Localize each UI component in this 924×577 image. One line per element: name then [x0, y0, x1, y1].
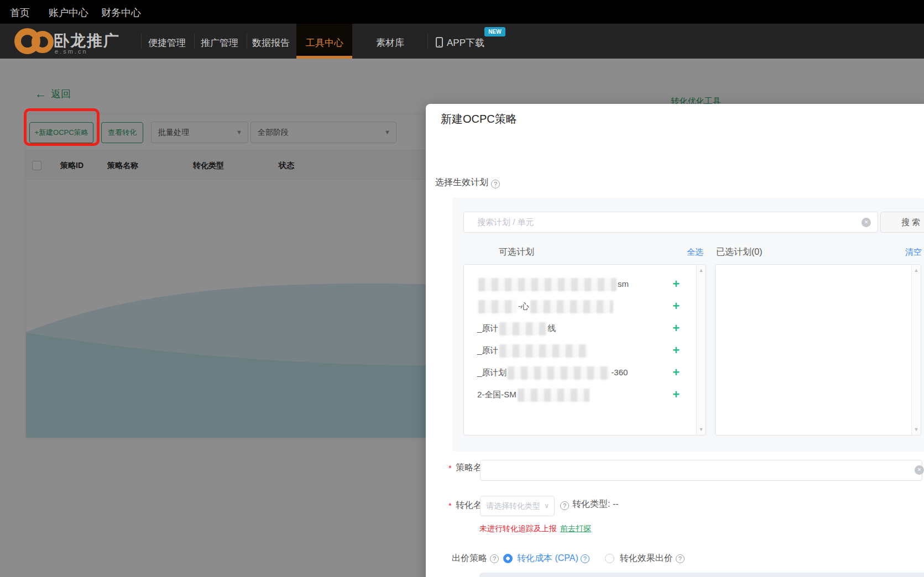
plan-section-label-text: 选择生效计划	[435, 177, 488, 187]
plan-text: _原计划	[477, 368, 507, 377]
search-button[interactable]: 搜 索	[880, 212, 924, 233]
clear-all-link[interactable]: 清空	[905, 247, 922, 258]
bid-strategy-row: 出价策略 ? 转化成本 (CPA) ? 转化效果出价 ?	[452, 553, 685, 564]
question-circle-icon[interactable]: ?	[676, 554, 685, 563]
plan-text: 2-全国-SM	[477, 390, 516, 399]
redacted-text-blur	[478, 278, 617, 291]
scroll-up-icon[interactable]: ▲	[912, 267, 921, 273]
nav-divider	[141, 34, 142, 49]
topbar-link-account-center[interactable]: 账户中心	[49, 6, 88, 19]
annotation-highlight-rectangle	[24, 108, 100, 146]
top-utility-bar: 首页 账户中心 财务中心	[0, 0, 924, 24]
new-badge: NEW	[484, 27, 505, 36]
topbar-link-finance-center[interactable]: 财务中心	[101, 6, 141, 19]
required-asterisk: *	[448, 501, 452, 510]
go-setup-link[interactable]: 前去打探	[560, 524, 591, 533]
redacted-text-blur	[530, 300, 613, 313]
question-circle-icon[interactable]: ?	[581, 554, 589, 563]
strategy-name-input[interactable]	[480, 460, 922, 481]
plan-text: 线	[547, 323, 556, 333]
nav-item-tool-center-active[interactable]: 工具中心	[306, 36, 343, 49]
question-circle-icon[interactable]: ?	[560, 501, 569, 510]
available-plans-listbox: sm + -心 + _原计线 + _原计 + _原计划-360 + 2-全国-S…	[463, 264, 706, 436]
add-plan-icon[interactable]: +	[672, 361, 680, 384]
scrollbar[interactable]: ▲ ▼	[911, 265, 921, 435]
plan-section-label: 选择生效计划?	[435, 177, 500, 188]
conversion-type-text: 转化类型: --	[572, 499, 619, 508]
plan-list-item[interactable]: 2-全国-SM +	[464, 384, 696, 406]
nav-divider	[427, 34, 428, 49]
effect-radio-unselected[interactable]	[605, 554, 614, 563]
brand-subtitle: e.sm.cn	[55, 48, 88, 55]
scrollbar[interactable]: ▲ ▼	[696, 265, 706, 435]
conversion-type-placeholder: 请选择转化类型	[486, 501, 540, 510]
chevron-down-icon: ∨	[544, 496, 549, 516]
bid-strategy-label: 出价策略	[452, 553, 487, 564]
conversion-type-info: ?转化类型: --	[560, 499, 619, 510]
question-circle-icon[interactable]: ?	[491, 180, 500, 188]
warning-text: 未进行转化追踪及上报	[479, 524, 557, 533]
cpa-radio-selected[interactable]	[503, 554, 513, 563]
next-field-top-edge	[479, 573, 924, 577]
add-plan-icon[interactable]: +	[672, 273, 680, 295]
redacted-text-blur	[518, 389, 589, 402]
redacted-text-blur	[499, 344, 588, 358]
plan-text: _原计	[477, 345, 498, 355]
nav-divider	[194, 34, 195, 49]
modal-title: 新建OCPC策略	[441, 112, 517, 127]
question-circle-icon[interactable]: ?	[490, 554, 499, 563]
nav-item-quick-management[interactable]: 便捷管理	[148, 36, 186, 49]
create-ocpc-strategy-modal: 新建OCPC策略 选择生效计划? 搜索计划 / 单元 ✕ 搜 索 可选计划 全选…	[426, 104, 924, 577]
search-clear-icon[interactable]: ✕	[862, 218, 871, 227]
nav-item-data-report[interactable]: 数据报告	[252, 36, 290, 49]
scroll-down-icon[interactable]: ▼	[912, 427, 921, 432]
nav-item-app-download[interactable]: APP下载	[447, 36, 484, 49]
conversion-type-select[interactable]: 请选择转化类型 ∨	[480, 496, 555, 516]
redacted-text-blur	[508, 366, 610, 380]
available-plans-label: 可选计划	[499, 246, 534, 258]
plan-text: sm	[618, 279, 629, 288]
scroll-up-icon[interactable]: ▲	[697, 267, 706, 273]
effect-option-label[interactable]: 转化效果出价	[620, 553, 673, 564]
plan-rows: sm + -心 + _原计线 + _原计 + _原计划-360 + 2-全国-S…	[464, 273, 696, 406]
plan-list-item[interactable]: sm +	[464, 273, 696, 295]
plan-list-item[interactable]: _原计 +	[464, 339, 696, 361]
conversion-warning-row: 未进行转化追踪及上报前去打探	[479, 524, 591, 534]
plan-search-input[interactable]: 搜索计划 / 单元	[463, 212, 878, 233]
plan-text: -360	[611, 368, 628, 377]
selected-plans-label: 已选计划(0)	[716, 246, 763, 258]
plan-list-item[interactable]: _原计线 +	[464, 317, 696, 339]
add-plan-icon[interactable]: +	[672, 384, 680, 406]
plan-text: _原计	[477, 323, 498, 333]
main-nav-bar: 卧龙推广 e.sm.cn 便捷管理 推广管理 数据报告 工具中心 素材库 APP…	[0, 24, 924, 59]
logo-icon	[32, 31, 54, 53]
nav-item-material-library[interactable]: 素材库	[376, 36, 404, 49]
plan-search-placeholder: 搜索计划 / 单元	[477, 217, 534, 227]
selected-plans-listbox: ▲ ▼	[715, 264, 921, 436]
plan-list-item[interactable]: -心 +	[464, 295, 696, 317]
add-plan-icon[interactable]: +	[672, 317, 680, 339]
topbar-link-home[interactable]: 首页	[10, 6, 30, 19]
add-plan-icon[interactable]: +	[672, 339, 680, 361]
plan-list-item[interactable]: _原计划-360 +	[464, 361, 696, 384]
nav-item-promotion-management[interactable]: 推广管理	[201, 36, 238, 49]
scroll-down-icon[interactable]: ▼	[697, 427, 706, 432]
redacted-text-blur	[478, 300, 517, 313]
cpa-option-label[interactable]: 转化成本 (CPA)	[517, 553, 578, 564]
phone-icon	[436, 37, 443, 48]
select-all-link[interactable]: 全选	[687, 247, 703, 258]
plan-text: -心	[518, 301, 529, 311]
nav-divider	[247, 34, 247, 49]
redacted-text-blur	[499, 322, 546, 335]
add-plan-icon[interactable]: +	[672, 295, 680, 317]
input-clear-icon[interactable]: ✕	[915, 465, 924, 475]
required-asterisk: *	[448, 463, 452, 473]
